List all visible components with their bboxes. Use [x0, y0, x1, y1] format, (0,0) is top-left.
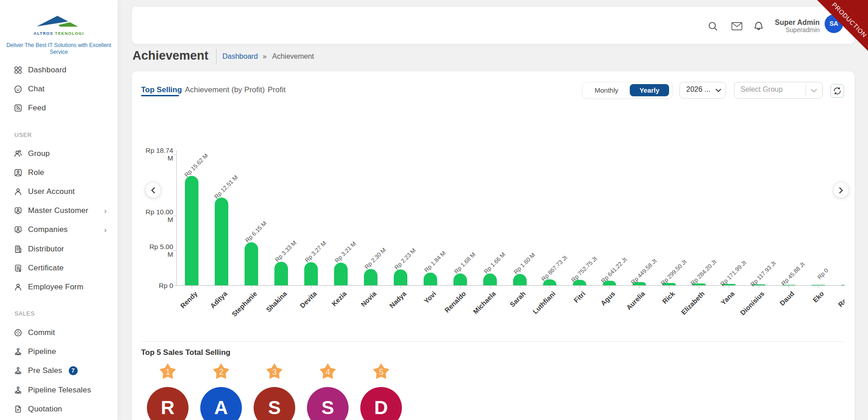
- svg-text:5: 5: [379, 368, 383, 377]
- svg-text:3: 3: [272, 368, 277, 377]
- svg-text:2: 2: [219, 368, 223, 377]
- svg-text:4: 4: [326, 368, 330, 377]
- svg-text:1: 1: [165, 368, 170, 377]
